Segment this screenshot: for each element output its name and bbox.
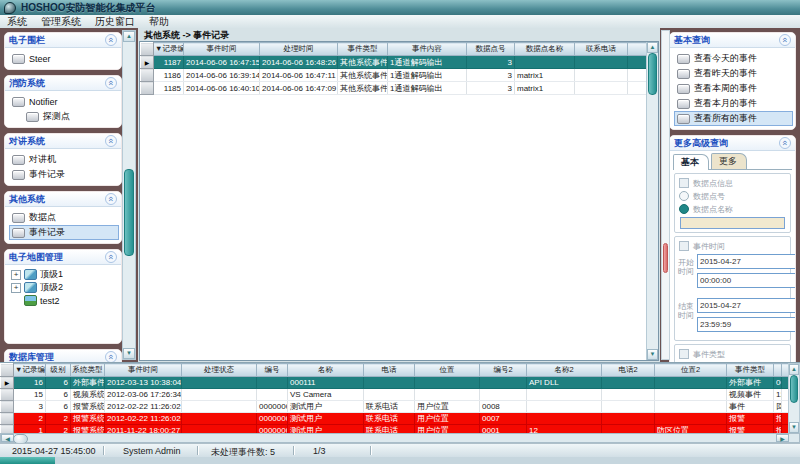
collapse-chevron-icon[interactable]: « — [779, 34, 791, 46]
sidebar-item[interactable]: Steer — [9, 51, 119, 66]
column-header[interactable]: 电话 — [364, 364, 415, 377]
datapoint-name-input[interactable] — [680, 217, 785, 229]
row-selector-header — [1, 364, 14, 377]
column-header[interactable]: 级别 — [46, 364, 71, 377]
collapse-chevron-icon[interactable]: « — [105, 251, 117, 263]
sidebar-item[interactable]: 事件记录 — [9, 167, 119, 182]
sidebar-scrollbar[interactable]: ▲ ▼ — [122, 30, 136, 360]
scrollbar-thumb[interactable] — [648, 53, 657, 95]
sidebar-item[interactable]: Notifier — [9, 94, 119, 109]
horizontal-scrollbar[interactable]: ◀ ▶ — [0, 433, 800, 443]
column-header[interactable]: 系统类型 — [71, 364, 105, 377]
column-header[interactable] — [774, 364, 782, 377]
scrollbar-thumb[interactable] — [790, 375, 798, 403]
column-header[interactable]: 事件类型 — [338, 43, 388, 56]
column-header[interactable]: ▼记录编号 — [14, 364, 46, 377]
start-date-input[interactable] — [698, 257, 796, 266]
datapoint-name-radio[interactable] — [679, 204, 689, 214]
collapse-chevron-icon[interactable]: « — [779, 137, 791, 149]
datapoint-info-checkbox[interactable] — [679, 178, 689, 188]
column-header[interactable]: 名称2 — [527, 364, 602, 377]
column-header[interactable]: 位置2 — [655, 364, 727, 377]
column-header[interactable]: 位置 — [415, 364, 480, 377]
basic-query-item-2[interactable]: 查看本周的事件 — [674, 81, 793, 96]
row-selector[interactable] — [1, 389, 14, 401]
event-time-checkbox[interactable] — [679, 241, 689, 251]
row-selector[interactable] — [141, 82, 154, 95]
collapse-chevron-icon[interactable]: « — [105, 77, 117, 89]
bottom-edge — [0, 457, 800, 464]
column-header[interactable]: 编号 — [257, 364, 288, 377]
column-header[interactable]: 名称 — [288, 364, 364, 377]
end-date-input[interactable] — [698, 301, 796, 310]
basic-query-item-4[interactable]: 查看所有的事件 — [674, 111, 793, 126]
row-selector[interactable]: ▶ — [141, 56, 154, 69]
tree-item[interactable]: +顶级1 — [9, 268, 119, 281]
scroll-up-icon[interactable]: ▲ — [647, 42, 658, 53]
row-selector[interactable] — [141, 69, 154, 82]
column-header[interactable]: 数据点名称 — [515, 43, 575, 56]
sidebar-item[interactable]: 对讲机 — [9, 152, 119, 167]
table-row[interactable]: ▶11872014-06-06 16:47:152014-06-06 16:48… — [141, 56, 649, 69]
row-selector[interactable] — [1, 413, 14, 425]
scroll-up-icon[interactable]: ▲ — [123, 31, 135, 42]
table-row[interactable]: 156视频系统2012-03-06 17:26:34VS Camera视频事件1… — [1, 389, 790, 401]
column-header[interactable]: 事件内容 — [388, 43, 467, 56]
basic-query-item-0[interactable]: 查看今天的事件 — [674, 51, 793, 66]
column-header[interactable]: 事件时间 — [184, 43, 260, 56]
cell: 2 — [14, 413, 46, 425]
tree-item[interactable]: test2 — [22, 294, 119, 307]
row-selector[interactable]: ▶ — [1, 377, 14, 389]
scroll-down-icon[interactable]: ▼ — [123, 348, 135, 359]
scroll-down-icon[interactable]: ▼ — [789, 422, 799, 433]
column-header[interactable]: 处理时间 — [260, 43, 338, 56]
collapse-chevron-icon[interactable]: « — [105, 34, 117, 46]
sidebar-item[interactable]: 事件记录 — [9, 225, 119, 240]
table-row[interactable]: 11852014-06-06 16:40:102014-06-06 16:47:… — [141, 82, 649, 95]
table-row[interactable]: ▶166外部事件2012-03-13 10:38:04000111API DLL… — [1, 377, 790, 389]
collapse-chevron-icon[interactable]: « — [105, 351, 117, 362]
basic-query-item-3[interactable]: 查看本月的事件 — [674, 96, 793, 111]
scroll-right-icon[interactable]: ▶ — [776, 434, 789, 442]
column-header[interactable]: 联系电话 — [575, 43, 628, 56]
scrollbar-thumb[interactable] — [124, 169, 134, 256]
expand-plus-icon[interactable]: + — [11, 283, 21, 293]
tree-item[interactable]: +顶级2 — [9, 281, 119, 294]
table-row[interactable]: 36报警系统2012-02-22 11:26:0200000002测试用户联系电… — [1, 401, 790, 413]
scrollbar-thumb[interactable] — [663, 243, 668, 273]
menu-item-3[interactable]: 帮助 — [142, 16, 176, 28]
menu-item-1[interactable]: 管理系统 — [34, 16, 88, 28]
datapoint-number-radio[interactable] — [679, 191, 689, 201]
column-header[interactable]: 处理状态 — [182, 364, 257, 377]
column-header[interactable]: 编号2 — [480, 364, 527, 377]
scroll-up-icon[interactable]: ▲ — [789, 364, 799, 375]
cell: 1通道解码输出 — [388, 82, 467, 95]
table-row[interactable]: 22报警系统2012-02-22 11:26:0200000002测试用户联系电… — [1, 413, 790, 425]
scroll-down-icon[interactable]: ▼ — [647, 349, 658, 360]
tab-basic[interactable]: 基本 — [673, 154, 709, 170]
alarm-table-scrollbar[interactable]: ▲ ▼ — [788, 363, 800, 434]
menu-item-0[interactable]: 系统 — [0, 16, 34, 28]
event-type-checkbox[interactable] — [679, 349, 689, 359]
column-header[interactable]: 事件时间 — [105, 364, 182, 377]
tab-more[interactable]: 更多 — [711, 153, 747, 169]
event-table-scrollbar[interactable]: ▲ ▼ — [646, 42, 658, 360]
start-time-input[interactable] — [698, 276, 796, 285]
column-header[interactable]: 电话2 — [602, 364, 655, 377]
sidebar-item[interactable]: 数据点 — [9, 210, 119, 225]
basic-query-item-1[interactable]: 查看昨天的事件 — [674, 66, 793, 81]
row-selector[interactable] — [1, 401, 14, 413]
expand-plus-icon[interactable]: + — [11, 270, 21, 280]
query-item-label: 查看所有的事件 — [694, 112, 757, 125]
right-scrollbar[interactable] — [661, 30, 670, 360]
table-row[interactable]: 11862014-06-06 16:39:142014-06-06 16:47:… — [141, 69, 649, 82]
collapse-chevron-icon[interactable]: « — [105, 135, 117, 147]
collapse-chevron-icon[interactable]: « — [105, 193, 117, 205]
column-header[interactable]: 数据点号 — [467, 43, 515, 56]
menu-item-2[interactable]: 历史窗口 — [88, 16, 142, 28]
column-header[interactable]: 事件类型 — [727, 364, 774, 377]
end-time-input[interactable] — [698, 320, 796, 329]
column-header[interactable]: ▼记录编号 — [154, 43, 184, 56]
alarm-table: ▼记录编号级别系统类型事件时间处理状态编号名称电话位置编号2名称2电话2位置2事… — [0, 363, 790, 437]
sidebar-item[interactable]: 探测点 — [23, 109, 119, 124]
